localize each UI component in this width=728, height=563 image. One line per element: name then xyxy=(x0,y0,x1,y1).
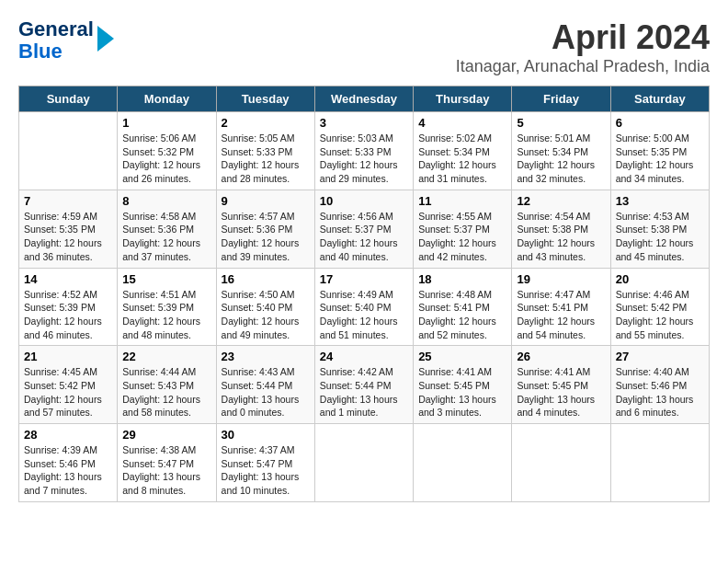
day-number: 6 xyxy=(616,116,704,130)
day-number: 25 xyxy=(418,350,506,363)
day-info: Sunrise: 4:39 AM Sunset: 5:46 PM Dayligh… xyxy=(24,443,112,498)
day-info: Sunrise: 4:46 AM Sunset: 5:42 PM Dayligh… xyxy=(616,288,704,342)
col-header-wednesday: Wednesday xyxy=(314,86,413,112)
day-number: 1 xyxy=(122,116,210,130)
day-info: Sunrise: 4:48 AM Sunset: 5:41 PM Dayligh… xyxy=(418,288,506,342)
day-number: 13 xyxy=(616,194,704,208)
calendar-cell: 1Sunrise: 5:06 AM Sunset: 5:32 PM Daylig… xyxy=(118,112,216,190)
calendar-cell xyxy=(414,424,512,502)
calendar-cell xyxy=(19,112,118,190)
day-info: Sunrise: 4:59 AM Sunset: 5:35 PM Dayligh… xyxy=(24,210,112,264)
calendar-header-row: SundayMondayTuesdayWednesdayThursdayFrid… xyxy=(19,86,710,112)
day-number: 21 xyxy=(24,350,112,363)
day-info: Sunrise: 5:05 AM Sunset: 5:33 PM Dayligh… xyxy=(222,132,310,186)
day-number: 23 xyxy=(222,350,310,363)
day-info: Sunrise: 4:54 AM Sunset: 5:38 PM Dayligh… xyxy=(517,210,605,264)
calendar-table: SundayMondayTuesdayWednesdayThursdayFrid… xyxy=(18,86,710,502)
calendar-cell: 5Sunrise: 5:01 AM Sunset: 5:34 PM Daylig… xyxy=(512,112,610,190)
day-number: 30 xyxy=(222,428,310,442)
day-number: 22 xyxy=(122,350,210,363)
day-number: 17 xyxy=(320,272,408,286)
col-header-sunday: Sunday xyxy=(19,86,118,112)
day-info: Sunrise: 4:56 AM Sunset: 5:37 PM Dayligh… xyxy=(320,210,408,264)
col-header-saturday: Saturday xyxy=(610,86,709,112)
day-info: Sunrise: 5:03 AM Sunset: 5:33 PM Dayligh… xyxy=(320,132,408,186)
calendar-cell: 10Sunrise: 4:56 AM Sunset: 5:37 PM Dayli… xyxy=(314,190,413,268)
day-number: 3 xyxy=(320,116,408,130)
day-number: 26 xyxy=(517,350,605,363)
day-info: Sunrise: 4:49 AM Sunset: 5:40 PM Dayligh… xyxy=(320,288,408,342)
calendar-cell: 13Sunrise: 4:53 AM Sunset: 5:38 PM Dayli… xyxy=(610,190,709,268)
calendar-cell: 27Sunrise: 4:40 AM Sunset: 5:46 PM Dayli… xyxy=(610,346,709,424)
day-info: Sunrise: 5:02 AM Sunset: 5:34 PM Dayligh… xyxy=(418,132,506,186)
calendar-cell: 22Sunrise: 4:44 AM Sunset: 5:43 PM Dayli… xyxy=(118,346,216,424)
calendar-cell: 8Sunrise: 4:58 AM Sunset: 5:36 PM Daylig… xyxy=(118,190,216,268)
day-number: 28 xyxy=(24,428,112,442)
col-header-monday: Monday xyxy=(118,86,216,112)
day-number: 5 xyxy=(517,116,605,130)
calendar-cell xyxy=(610,424,709,502)
calendar-cell: 4Sunrise: 5:02 AM Sunset: 5:34 PM Daylig… xyxy=(414,112,512,190)
calendar-cell xyxy=(512,424,610,502)
week-row-2: 7Sunrise: 4:59 AM Sunset: 5:35 PM Daylig… xyxy=(19,190,710,268)
calendar-cell: 11Sunrise: 4:55 AM Sunset: 5:37 PM Dayli… xyxy=(414,190,512,268)
day-info: Sunrise: 4:47 AM Sunset: 5:41 PM Dayligh… xyxy=(517,288,605,342)
day-number: 4 xyxy=(418,116,506,130)
day-number: 19 xyxy=(517,272,605,286)
day-info: Sunrise: 4:58 AM Sunset: 5:36 PM Dayligh… xyxy=(122,210,210,264)
day-number: 7 xyxy=(24,194,112,208)
col-header-thursday: Thursday xyxy=(414,86,512,112)
logo: GeneralBlue xyxy=(18,18,114,63)
day-info: Sunrise: 4:50 AM Sunset: 5:40 PM Dayligh… xyxy=(222,288,310,342)
day-info: Sunrise: 4:37 AM Sunset: 5:47 PM Dayligh… xyxy=(222,443,310,498)
subtitle: Itanagar, Arunachal Pradesh, India xyxy=(456,57,710,76)
calendar-cell: 6Sunrise: 5:00 AM Sunset: 5:35 PM Daylig… xyxy=(610,112,709,190)
calendar-cell: 28Sunrise: 4:39 AM Sunset: 5:46 PM Dayli… xyxy=(19,424,118,502)
calendar-cell: 2Sunrise: 5:05 AM Sunset: 5:33 PM Daylig… xyxy=(216,112,314,190)
day-info: Sunrise: 4:41 AM Sunset: 5:45 PM Dayligh… xyxy=(418,365,506,419)
day-info: Sunrise: 4:42 AM Sunset: 5:44 PM Dayligh… xyxy=(320,365,408,419)
day-info: Sunrise: 4:43 AM Sunset: 5:44 PM Dayligh… xyxy=(222,365,310,419)
day-number: 29 xyxy=(122,428,210,442)
calendar-cell: 12Sunrise: 4:54 AM Sunset: 5:38 PM Dayli… xyxy=(512,190,610,268)
day-number: 9 xyxy=(222,194,310,208)
day-number: 11 xyxy=(418,194,506,208)
col-header-tuesday: Tuesday xyxy=(216,86,314,112)
calendar-cell: 19Sunrise: 4:47 AM Sunset: 5:41 PM Dayli… xyxy=(512,268,610,346)
calendar-cell: 26Sunrise: 4:41 AM Sunset: 5:45 PM Dayli… xyxy=(512,346,610,424)
day-number: 24 xyxy=(320,350,408,363)
day-number: 8 xyxy=(122,194,210,208)
col-header-friday: Friday xyxy=(512,86,610,112)
calendar-cell: 23Sunrise: 4:43 AM Sunset: 5:44 PM Dayli… xyxy=(216,346,314,424)
day-info: Sunrise: 4:53 AM Sunset: 5:38 PM Dayligh… xyxy=(616,210,704,264)
calendar-cell: 24Sunrise: 4:42 AM Sunset: 5:44 PM Dayli… xyxy=(314,346,413,424)
logo-text: GeneralBlue xyxy=(18,18,94,63)
day-info: Sunrise: 4:44 AM Sunset: 5:43 PM Dayligh… xyxy=(122,365,210,419)
calendar-cell: 16Sunrise: 4:50 AM Sunset: 5:40 PM Dayli… xyxy=(216,268,314,346)
day-info: Sunrise: 4:57 AM Sunset: 5:36 PM Dayligh… xyxy=(222,210,310,264)
week-row-5: 28Sunrise: 4:39 AM Sunset: 5:46 PM Dayli… xyxy=(19,424,710,502)
main-title: April 2024 xyxy=(456,18,710,57)
calendar-cell: 7Sunrise: 4:59 AM Sunset: 5:35 PM Daylig… xyxy=(19,190,118,268)
day-info: Sunrise: 4:41 AM Sunset: 5:45 PM Dayligh… xyxy=(517,365,605,419)
day-number: 14 xyxy=(24,272,112,286)
day-info: Sunrise: 4:45 AM Sunset: 5:42 PM Dayligh… xyxy=(24,365,112,419)
logo-arrow-icon xyxy=(97,26,114,52)
day-info: Sunrise: 4:55 AM Sunset: 5:37 PM Dayligh… xyxy=(418,210,506,264)
day-number: 15 xyxy=(122,272,210,286)
day-number: 12 xyxy=(517,194,605,208)
week-row-1: 1Sunrise: 5:06 AM Sunset: 5:32 PM Daylig… xyxy=(19,112,710,190)
day-info: Sunrise: 5:01 AM Sunset: 5:34 PM Dayligh… xyxy=(517,132,605,186)
calendar-cell xyxy=(314,424,413,502)
day-info: Sunrise: 5:06 AM Sunset: 5:32 PM Dayligh… xyxy=(122,132,210,186)
day-info: Sunrise: 4:38 AM Sunset: 5:47 PM Dayligh… xyxy=(122,443,210,498)
day-info: Sunrise: 4:40 AM Sunset: 5:46 PM Dayligh… xyxy=(616,365,704,419)
day-number: 27 xyxy=(616,350,704,363)
calendar-cell: 21Sunrise: 4:45 AM Sunset: 5:42 PM Dayli… xyxy=(19,346,118,424)
day-info: Sunrise: 5:00 AM Sunset: 5:35 PM Dayligh… xyxy=(616,132,704,186)
calendar-cell: 18Sunrise: 4:48 AM Sunset: 5:41 PM Dayli… xyxy=(414,268,512,346)
calendar-cell: 15Sunrise: 4:51 AM Sunset: 5:39 PM Dayli… xyxy=(118,268,216,346)
calendar-cell: 14Sunrise: 4:52 AM Sunset: 5:39 PM Dayli… xyxy=(19,268,118,346)
calendar-cell: 17Sunrise: 4:49 AM Sunset: 5:40 PM Dayli… xyxy=(314,268,413,346)
day-info: Sunrise: 4:51 AM Sunset: 5:39 PM Dayligh… xyxy=(122,288,210,342)
